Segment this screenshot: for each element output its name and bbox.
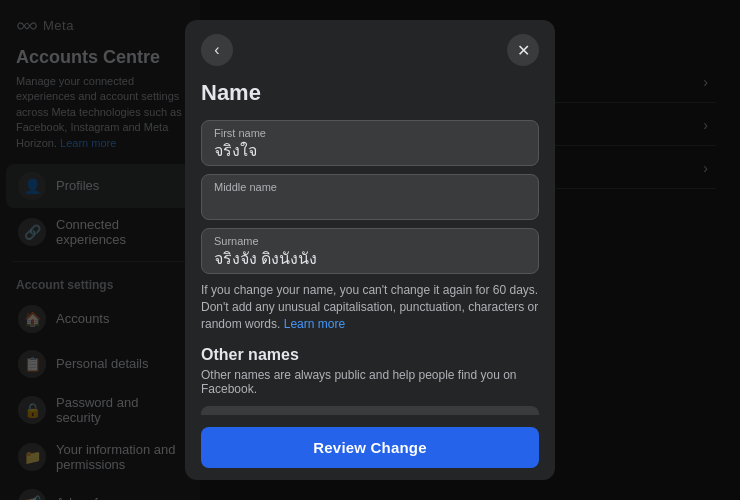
modal-footer: Review Change xyxy=(185,415,555,480)
warning-text: If you change your name, you can't chang… xyxy=(201,282,539,332)
name-modal: ‹ ✕ Name First name Middle name Surname xyxy=(185,20,555,480)
middle-name-field[interactable]: Middle name xyxy=(201,174,539,220)
review-change-button[interactable]: Review Change xyxy=(201,427,539,468)
first-name-label: First name xyxy=(214,127,266,139)
modal-body: First name Middle name Surname If you ch… xyxy=(185,120,555,415)
back-button[interactable]: ‹ xyxy=(201,34,233,66)
modal-header: ‹ ✕ xyxy=(185,20,555,74)
first-name-field[interactable]: First name xyxy=(201,120,539,166)
modal-title: Name xyxy=(185,74,555,120)
manage-other-names-item[interactable]: Manage other names › xyxy=(201,406,539,415)
other-names-desc: Other names are always public and help p… xyxy=(201,368,539,396)
other-names-title: Other names xyxy=(201,346,539,364)
surname-label: Surname xyxy=(214,235,259,247)
learn-more-link[interactable]: Learn more xyxy=(284,317,345,331)
surname-field[interactable]: Surname xyxy=(201,228,539,274)
other-names-list: Manage other names › Manage language-spe… xyxy=(201,406,539,415)
modal-overlay: ‹ ✕ Name First name Middle name Surname xyxy=(0,0,740,500)
middle-name-label: Middle name xyxy=(214,181,277,193)
other-names-section: Other names Other names are always publi… xyxy=(201,346,539,415)
close-button[interactable]: ✕ xyxy=(507,34,539,66)
